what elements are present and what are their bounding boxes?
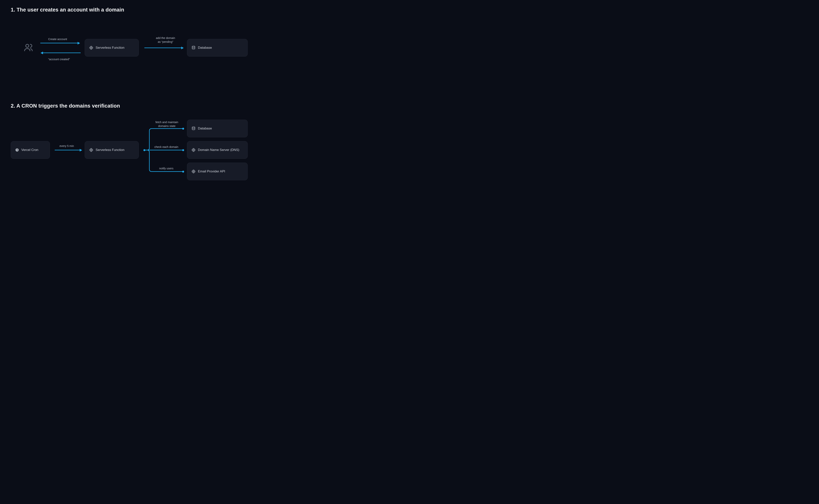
branch-1-label: fetch and maintain domains state <box>152 120 181 128</box>
node-dns: Domain Name Server (DNS) <box>187 141 248 159</box>
bracket-end-dot-1 <box>182 128 184 130</box>
svg-rect-14 <box>91 150 92 150</box>
branch-2-label: check each domain <box>154 145 178 149</box>
node-email-provider: Email Provider API <box>187 163 248 180</box>
node-vercel-cron: Vercel Cron <box>11 141 50 159</box>
node-label: Serverless Function <box>96 46 124 50</box>
arrow-head-every-5-min <box>80 149 82 152</box>
arrow-label-account-created: “account created” <box>48 58 70 61</box>
diagram-1-canvas: Create account “account created” Serverl… <box>11 30 262 80</box>
node-database-2: Database <box>187 120 248 137</box>
arrow-label-add-domain-line2: as “pending” <box>158 40 173 43</box>
database-icon <box>191 126 195 131</box>
arrow-line-create-account <box>40 43 78 43</box>
arrow-line-every-5-min <box>55 150 80 150</box>
node-label: Email Provider API <box>198 170 225 173</box>
cpu-icon <box>191 148 195 152</box>
svg-rect-35 <box>193 171 194 172</box>
node-database-1: Database <box>187 39 248 57</box>
cpu-icon <box>191 169 195 174</box>
database-icon <box>191 46 195 50</box>
svg-point-11 <box>192 46 195 47</box>
node-label: Vercel Cron <box>21 148 38 152</box>
svg-rect-13 <box>90 149 92 151</box>
arrow-label-add-domain-line1: add the domain <box>156 36 175 40</box>
node-label: Serverless Function <box>96 148 124 152</box>
arrow-head-create-account <box>77 42 80 44</box>
section-2-title: 2. A CRON triggers the domains verificat… <box>11 103 808 109</box>
clock-icon <box>15 148 19 152</box>
svg-rect-1 <box>90 47 92 49</box>
branch-1-label-line1: fetch and maintain <box>155 121 178 124</box>
svg-point-23 <box>192 127 195 128</box>
arrow-label-add-domain: add the domain as “pending” <box>152 36 179 44</box>
branch-3-label: notify users <box>159 167 173 170</box>
node-label: Database <box>198 46 212 50</box>
svg-point-0 <box>26 44 29 47</box>
arrow-label-every-5-min: every 5 min <box>59 144 74 148</box>
node-label: Database <box>198 127 212 130</box>
node-serverless-function-2: Serverless Function <box>85 141 139 159</box>
arrow-line-account-created <box>43 53 81 53</box>
svg-rect-25 <box>193 150 194 150</box>
bracket-end-dot-2 <box>182 149 184 151</box>
bracket-svg <box>144 127 185 173</box>
arrow-label-create-account: Create account <box>48 37 67 41</box>
section-1-title: 1. The user creates an account with a do… <box>11 7 808 13</box>
arrow-line-add-domain <box>144 48 181 48</box>
cpu-icon <box>89 148 93 152</box>
branch-1-label-line2: domains state <box>158 124 175 128</box>
arrow-head-account-created <box>40 52 43 54</box>
diagram-2-canvas: Vercel Cron every 5 min Serverless Funct… <box>11 120 262 185</box>
svg-rect-24 <box>192 149 195 151</box>
node-serverless-function-1: Serverless Function <box>85 39 139 57</box>
svg-rect-2 <box>91 47 92 48</box>
cpu-icon <box>89 46 93 50</box>
bracket-end-dot-3 <box>182 171 184 173</box>
arrow-head-add-domain <box>181 47 184 49</box>
node-label: Domain Name Server (DNS) <box>198 148 239 152</box>
user-icon <box>24 43 33 53</box>
svg-rect-34 <box>192 170 195 173</box>
